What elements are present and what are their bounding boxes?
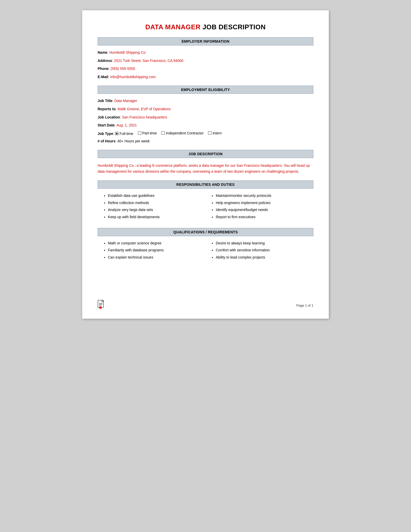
employment-eligibility-header: EMPLOYMENT ELIGIBILITY [98,86,313,94]
employer-phone-value: (555) 555-5555 [111,67,135,71]
start-date-label: Start Date [98,123,115,127]
svg-rect-1 [99,303,102,304]
list-item: Refine collection methods [108,200,206,206]
responsibilities-section: RESPONSIBILITIES AND DUTIES Establish da… [98,180,313,222]
list-item: Identify equipment/budget needs [216,207,313,213]
employer-name-label: Name [98,50,107,54]
list-item: Comfort with sensitive information [216,248,313,253]
list-item: Desire to always keep learning [216,241,313,246]
job-title-value: Data Manager [114,99,137,103]
job-description-section: JOB DESCRIPTION Humboldt Shipping Co., a… [98,150,313,174]
job-description-text: Humboldt Shipping Co., a leading E-comme… [98,163,313,174]
qualifications-col2: Desire to always keep learning Comfort w… [206,241,313,262]
employer-info-fields: Name: Humboldt Shipping Co. Address: 252… [98,50,313,79]
start-date-line: Start Date: Aug. 1, 2021 [98,123,313,128]
hours-value: 40+ Hours per week [117,139,150,143]
job-type-contractor: Independent Contractor [161,131,203,135]
responsibilities-col2: Maintain/monitor security protocols Help… [206,193,313,222]
page-footer: e Page 1 of 1 [98,300,313,311]
reports-to-label: Reports to [98,107,116,111]
responsibilities-list: Establish data use guidelines Refine col… [98,193,313,222]
parttime-checkbox [138,131,141,135]
list-item: Establish data use guidelines [108,193,206,198]
job-location-label: Job Location [98,115,120,119]
employer-address-value: 2521 Turk Street, San Francisco, CA 9400… [114,59,183,63]
svg-text:e: e [100,307,101,309]
employer-address-line: Address: 2521 Turk Street, San Francisco… [98,58,313,63]
job-type-fulltime: ✖ Full-time [115,132,133,136]
job-title-label: Job Title [98,99,112,103]
main-title: DATA MANAGER JOB DESCRIPTION [98,23,313,31]
title-black: JOB DESCRIPTION [201,23,266,31]
list-item: Math or computer science degree [108,241,206,246]
contractor-checkbox [161,131,165,135]
job-type-intern: Intern [208,131,222,135]
employer-phone-label: Phone [98,67,109,71]
fulltime-label: Full-time [119,132,133,136]
reports-to-value: Malik Greene, EVP of Operations [118,107,171,111]
document-page: DATA MANAGER JOB DESCRIPTION EMPLOYER IN… [82,10,329,319]
qualifications-header: QUALIFICATIONS / REQUIREMENTS [98,228,313,236]
employer-email-line: E-Mail: info@humboldtshipping.com [98,75,313,80]
qualifications-col1-list: Math or computer science degree Familiar… [103,241,206,260]
list-item: Help engineers implement policies [216,200,313,206]
job-type-line: Job Type: ✖ Full-time Part-time Independ… [98,131,313,136]
qualifications-section: QUALIFICATIONS / REQUIREMENTS Math or co… [98,228,313,262]
title-red: DATA MANAGER [145,23,201,31]
intern-label: Intern [212,131,222,135]
intern-checkbox [208,131,211,135]
svg-rect-3 [99,305,101,306]
list-item: Keep up with field developments [108,215,206,220]
eligibility-fields: Job Title: Data Manager Reports to: Mali… [98,98,313,144]
employer-info-section: EMPLOYER INFORMATION Name: Humboldt Ship… [98,37,313,79]
job-description-header: JOB DESCRIPTION [98,150,313,158]
hours-line: # of Hours: 40+ Hours per week [98,139,313,144]
list-item: Analyze very large data sets [108,207,206,213]
contractor-label: Independent Contractor [166,131,203,135]
list-item: Familiarity with database programs [108,248,206,253]
qualifications-col1: Math or computer science degree Familiar… [98,241,206,262]
start-date-value: Aug. 1, 2021 [116,123,137,127]
fulltime-checkbox: ✖ [115,132,118,135]
responsibilities-col2-list: Maintain/monitor security protocols Help… [211,193,313,219]
job-type-label: Job Type [98,131,113,135]
list-item: Ability to lead complex projects [216,255,313,260]
employer-info-header: EMPLOYER INFORMATION [98,37,313,45]
employer-email-label: E-Mail [98,75,108,79]
responsibilities-col1-list: Establish data use guidelines Refine col… [103,193,206,219]
job-location-line: Job Location: San Francisco headquarters [98,115,313,120]
employer-phone-line: Phone: (555) 555-5555 [98,66,313,71]
job-type-parttime: Part-time [138,131,157,135]
employer-email-value: info@humboldtshipping.com [110,75,156,79]
list-item: Can explain technical issues [108,255,206,260]
qualifications-list: Math or computer science degree Familiar… [98,241,313,262]
list-item: Report to firm executives [216,215,313,220]
job-location-value: San Francisco headquarters [122,115,167,119]
job-title-line: Job Title: Data Manager [98,98,313,104]
responsibilities-header: RESPONSIBILITIES AND DUTIES [98,180,313,189]
page-number: Page 1 of 1 [296,304,314,307]
svg-rect-2 [99,304,102,305]
reports-to-line: Reports to: Malik Greene, EVP of Operati… [98,107,313,112]
hours-label: # of Hours [98,139,115,143]
document-icon: e [98,300,105,311]
parttime-label: Part-time [142,131,157,135]
employer-name-value: Humboldt Shipping Co. [109,50,146,54]
employer-name-line: Name: Humboldt Shipping Co. [98,50,313,55]
employment-eligibility-section: EMPLOYMENT ELIGIBILITY Job Title: Data M… [98,86,313,144]
employer-address-label: Address [98,59,112,63]
list-item: Maintain/monitor security protocols [216,193,313,198]
responsibilities-col1: Establish data use guidelines Refine col… [98,193,206,222]
qualifications-col2-list: Desire to always keep learning Comfort w… [211,241,313,260]
